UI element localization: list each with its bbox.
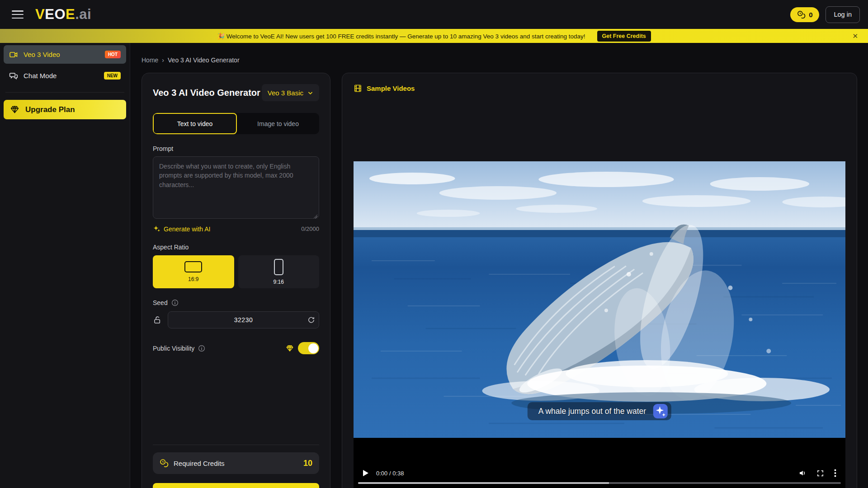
sample-videos-title: Sample Videos [367, 84, 415, 92]
volume-icon[interactable] [798, 469, 807, 477]
play-button[interactable] [363, 469, 369, 477]
aspect-option-9-16[interactable]: 9:16 [238, 255, 320, 288]
promo-banner: 🎉 Welcome to VeoE AI! New users get 100 … [0, 29, 868, 43]
refresh-seed-icon[interactable] [307, 316, 315, 324]
info-icon[interactable] [198, 345, 205, 352]
upgrade-plan-button[interactable]: Upgrade Plan [4, 100, 126, 119]
form-divider [153, 445, 319, 445]
sidebar: Veo 3 Video HOT Chat Mode NEW Upgrade Pl [0, 43, 130, 488]
public-visibility-label: Public Visibility [153, 345, 194, 352]
model-selected-value: Veo 3 Basic [268, 89, 303, 97]
tab-image-to-video[interactable]: Image to video [237, 113, 319, 134]
banner-text: 🎉 Welcome to VeoE AI! New users get 100 … [217, 33, 585, 40]
model-select-dropdown[interactable]: Veo 3 Basic [262, 84, 319, 101]
required-credits-box: Required Credits 10 [153, 452, 319, 474]
seed-input[interactable] [168, 311, 319, 328]
logo-letter: V [35, 6, 45, 22]
upgrade-plan-label: Upgrade Plan [25, 105, 75, 114]
char-counter: 0/2000 [301, 225, 319, 232]
tab-text-to-video[interactable]: Text to video [153, 113, 237, 134]
logo-letter: E [66, 6, 75, 22]
sidebar-divider [5, 92, 124, 93]
login-button[interactable]: Log in [826, 6, 860, 23]
breadcrumb: Home › Veo 3 AI Video Generator [142, 56, 857, 64]
public-visibility-toggle[interactable] [298, 342, 319, 354]
info-icon[interactable] [171, 299, 179, 306]
top-bar: VEOE.ai 0 Log in [0, 0, 868, 29]
video-frame-whale: A whale jumps out of the water [354, 161, 845, 438]
seed-label: Seed [153, 299, 168, 306]
mode-tabs: Text to video Image to video [153, 113, 319, 134]
logo-letter: E [45, 6, 54, 22]
seekbar-buffered [358, 482, 609, 484]
sample-videos-panel: Sample Videos [342, 73, 857, 488]
breadcrumb-separator: › [162, 56, 164, 64]
sidebar-item-label: Chat Mode [24, 72, 57, 80]
use-prompt-button[interactable] [653, 404, 668, 418]
aspect-option-label: 9:16 [274, 279, 284, 285]
breadcrumb-current: Veo 3 AI Video Generator [168, 56, 240, 64]
more-options-icon[interactable] [834, 469, 836, 477]
fullscreen-icon[interactable] [816, 469, 824, 477]
video-time: 0:00 / 0:38 [376, 470, 404, 477]
app-logo[interactable]: VEOE.ai [35, 6, 91, 23]
coins-icon [797, 10, 806, 19]
logo-letter: O [54, 6, 66, 22]
sparkles-icon [153, 225, 160, 233]
required-credits-value: 10 [303, 459, 312, 468]
unlock-icon[interactable] [153, 315, 162, 325]
aspect-ratio-label: Aspect Ratio [153, 244, 319, 251]
aspect-option-16-9[interactable]: 16:9 [153, 255, 234, 288]
sidebar-item-label: Veo 3 Video [24, 51, 60, 58]
sidebar-item-chat-mode[interactable]: Chat Mode NEW [4, 66, 126, 85]
get-free-credits-button[interactable]: Get Free Credits [597, 31, 651, 42]
new-badge: NEW [104, 72, 121, 80]
breadcrumb-home-link[interactable]: Home [142, 56, 158, 64]
page-title: Veo 3 AI Video Generator [153, 88, 260, 98]
prompt-input[interactable] [153, 156, 319, 219]
logo-suffix: .ai [75, 6, 91, 22]
banner-close-icon[interactable]: ✕ [852, 33, 858, 39]
portrait-ratio-icon [274, 259, 283, 275]
required-credits-label: Required Credits [174, 460, 225, 467]
video-seekbar[interactable] [358, 482, 841, 484]
gem-icon [286, 344, 294, 352]
aspect-option-label: 16:9 [188, 276, 198, 282]
hot-badge: HOT [105, 51, 121, 58]
video-camera-icon [9, 50, 18, 59]
video-controls: 0:00 / 0:38 [354, 468, 845, 479]
video-player[interactable]: A whale jumps out of the water [354, 161, 845, 488]
caption-text: A whale jumps out of the water [538, 407, 646, 416]
generate-with-ai-label: Generate with AI [164, 225, 211, 233]
chat-bubbles-icon [9, 71, 18, 80]
generate-video-button[interactable]: Generate video [153, 483, 319, 488]
hamburger-menu-icon[interactable] [12, 10, 24, 19]
coins-icon [160, 459, 169, 468]
credits-count: 0 [809, 11, 812, 19]
video-caption: A whale jumps out of the water [528, 402, 671, 420]
film-icon [354, 84, 362, 93]
sidebar-item-veo3-video[interactable]: Veo 3 Video HOT [4, 45, 126, 64]
landscape-ratio-icon [184, 261, 202, 272]
credits-badge[interactable]: 0 [790, 7, 819, 22]
prompt-label: Prompt [153, 145, 319, 152]
gem-icon [10, 105, 19, 114]
chevron-down-icon [307, 90, 313, 96]
generate-with-ai-button[interactable]: Generate with AI [153, 225, 211, 233]
generator-panel: Veo 3 AI Video Generator Veo 3 Basic Tex… [142, 73, 330, 488]
